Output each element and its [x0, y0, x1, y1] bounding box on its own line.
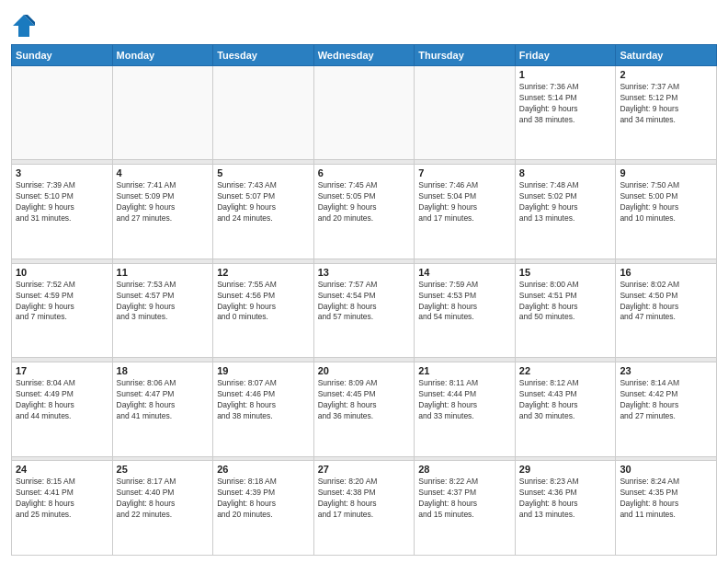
- day-info: Sunrise: 7:36 AM Sunset: 5:14 PM Dayligh…: [519, 82, 612, 126]
- calendar-cell: 25Sunrise: 8:17 AM Sunset: 4:40 PM Dayli…: [112, 461, 213, 556]
- calendar-cell: 15Sunrise: 8:00 AM Sunset: 4:51 PM Dayli…: [515, 263, 616, 357]
- calendar-cell: 3Sunrise: 7:39 AM Sunset: 5:10 PM Daylig…: [12, 165, 113, 259]
- day-number: 3: [16, 167, 108, 178]
- calendar-week-row: 24Sunrise: 8:15 AM Sunset: 4:41 PM Dayli…: [12, 461, 717, 556]
- day-number: 21: [418, 365, 511, 376]
- day-number: 30: [620, 464, 712, 475]
- day-number: 20: [318, 365, 411, 376]
- day-number: 17: [16, 365, 108, 376]
- calendar-cell: [213, 66, 314, 160]
- calendar-cell: 23Sunrise: 8:14 AM Sunset: 4:42 PM Dayli…: [616, 362, 717, 456]
- calendar-cell: 30Sunrise: 8:24 AM Sunset: 4:35 PM Dayli…: [616, 461, 717, 556]
- day-number: 25: [117, 464, 210, 475]
- page: SundayMondayTuesdayWednesdayThursdayFrid…: [0, 0, 728, 563]
- calendar-cell: 9Sunrise: 7:50 AM Sunset: 5:00 PM Daylig…: [616, 165, 717, 259]
- day-number: 7: [418, 167, 511, 178]
- day-info: Sunrise: 7:53 AM Sunset: 4:57 PM Dayligh…: [117, 280, 210, 324]
- calendar-cell: 27Sunrise: 8:20 AM Sunset: 4:38 PM Dayli…: [313, 461, 415, 556]
- day-info: Sunrise: 8:17 AM Sunset: 4:40 PM Dayligh…: [117, 477, 210, 521]
- day-number: 18: [117, 365, 210, 376]
- day-number: 9: [620, 167, 712, 178]
- calendar-header-saturday: Saturday: [616, 45, 717, 66]
- day-number: 29: [519, 464, 612, 475]
- calendar-table: SundayMondayTuesdayWednesdayThursdayFrid…: [11, 44, 717, 556]
- day-number: 13: [318, 267, 411, 278]
- header: [11, 9, 717, 39]
- calendar-cell: 20Sunrise: 8:09 AM Sunset: 4:45 PM Dayli…: [313, 362, 415, 456]
- day-info: Sunrise: 7:59 AM Sunset: 4:53 PM Dayligh…: [418, 280, 511, 324]
- day-info: Sunrise: 7:45 AM Sunset: 5:05 PM Dayligh…: [318, 180, 411, 224]
- calendar-cell: [415, 66, 516, 160]
- calendar-week-row: 10Sunrise: 7:52 AM Sunset: 4:59 PM Dayli…: [12, 263, 717, 357]
- day-info: Sunrise: 7:39 AM Sunset: 5:10 PM Dayligh…: [16, 180, 108, 224]
- day-number: 15: [519, 267, 612, 278]
- day-number: 28: [418, 464, 511, 475]
- day-info: Sunrise: 8:09 AM Sunset: 4:45 PM Dayligh…: [318, 378, 411, 422]
- day-info: Sunrise: 8:04 AM Sunset: 4:49 PM Dayligh…: [16, 378, 108, 422]
- day-info: Sunrise: 8:07 AM Sunset: 4:46 PM Dayligh…: [217, 378, 310, 422]
- calendar-cell: 8Sunrise: 7:48 AM Sunset: 5:02 PM Daylig…: [515, 165, 616, 259]
- calendar-cell: 13Sunrise: 7:57 AM Sunset: 4:54 PM Dayli…: [313, 263, 415, 357]
- calendar-week-row: 17Sunrise: 8:04 AM Sunset: 4:49 PM Dayli…: [12, 362, 717, 456]
- day-info: Sunrise: 8:23 AM Sunset: 4:36 PM Dayligh…: [519, 477, 612, 521]
- day-info: Sunrise: 8:20 AM Sunset: 4:38 PM Dayligh…: [318, 477, 411, 521]
- calendar-cell: 26Sunrise: 8:18 AM Sunset: 4:39 PM Dayli…: [213, 461, 314, 556]
- calendar-cell: 24Sunrise: 8:15 AM Sunset: 4:41 PM Dayli…: [12, 461, 113, 556]
- calendar-week-row: 3Sunrise: 7:39 AM Sunset: 5:10 PM Daylig…: [12, 165, 717, 259]
- calendar-cell: 12Sunrise: 7:55 AM Sunset: 4:56 PM Dayli…: [213, 263, 314, 357]
- day-number: 19: [217, 365, 310, 376]
- logo: [11, 13, 40, 39]
- day-info: Sunrise: 8:00 AM Sunset: 4:51 PM Dayligh…: [519, 280, 612, 324]
- calendar-cell: 10Sunrise: 7:52 AM Sunset: 4:59 PM Dayli…: [12, 263, 113, 357]
- day-number: 4: [117, 167, 210, 178]
- calendar-cell: 29Sunrise: 8:23 AM Sunset: 4:36 PM Dayli…: [515, 461, 616, 556]
- day-info: Sunrise: 8:02 AM Sunset: 4:50 PM Dayligh…: [620, 280, 712, 324]
- calendar-header-wednesday: Wednesday: [313, 45, 415, 66]
- day-number: 8: [519, 167, 612, 178]
- day-info: Sunrise: 8:11 AM Sunset: 4:44 PM Dayligh…: [418, 378, 511, 422]
- day-info: Sunrise: 7:50 AM Sunset: 5:00 PM Dayligh…: [620, 180, 712, 224]
- day-number: 23: [620, 365, 712, 376]
- day-number: 5: [217, 167, 310, 178]
- day-info: Sunrise: 7:48 AM Sunset: 5:02 PM Dayligh…: [519, 180, 612, 224]
- calendar-cell: 16Sunrise: 8:02 AM Sunset: 4:50 PM Dayli…: [616, 263, 717, 357]
- calendar-cell: 11Sunrise: 7:53 AM Sunset: 4:57 PM Dayli…: [112, 263, 213, 357]
- day-info: Sunrise: 8:24 AM Sunset: 4:35 PM Dayligh…: [620, 477, 712, 521]
- calendar-cell: 2Sunrise: 7:37 AM Sunset: 5:12 PM Daylig…: [616, 66, 717, 160]
- calendar-week-row: 1Sunrise: 7:36 AM Sunset: 5:14 PM Daylig…: [12, 66, 717, 160]
- calendar-cell: 14Sunrise: 7:59 AM Sunset: 4:53 PM Dayli…: [415, 263, 516, 357]
- calendar-header-monday: Monday: [112, 45, 213, 66]
- calendar-cell: 6Sunrise: 7:45 AM Sunset: 5:05 PM Daylig…: [313, 165, 415, 259]
- day-info: Sunrise: 8:22 AM Sunset: 4:37 PM Dayligh…: [418, 477, 511, 521]
- day-info: Sunrise: 8:14 AM Sunset: 4:42 PM Dayligh…: [620, 378, 712, 422]
- day-info: Sunrise: 7:52 AM Sunset: 4:59 PM Dayligh…: [16, 280, 108, 324]
- day-number: 26: [217, 464, 310, 475]
- calendar-cell: 17Sunrise: 8:04 AM Sunset: 4:49 PM Dayli…: [12, 362, 113, 456]
- calendar-header-tuesday: Tuesday: [213, 45, 314, 66]
- calendar-header-row: SundayMondayTuesdayWednesdayThursdayFrid…: [12, 45, 717, 66]
- day-number: 2: [620, 69, 712, 80]
- day-number: 6: [318, 167, 411, 178]
- calendar-header-thursday: Thursday: [415, 45, 516, 66]
- day-info: Sunrise: 8:18 AM Sunset: 4:39 PM Dayligh…: [217, 477, 310, 521]
- day-number: 10: [16, 267, 108, 278]
- day-number: 12: [217, 267, 310, 278]
- calendar-cell: 7Sunrise: 7:46 AM Sunset: 5:04 PM Daylig…: [415, 165, 516, 259]
- calendar-header-sunday: Sunday: [12, 45, 113, 66]
- calendar-cell: 22Sunrise: 8:12 AM Sunset: 4:43 PM Dayli…: [515, 362, 616, 456]
- logo-icon: [11, 13, 37, 39]
- day-number: 11: [117, 267, 210, 278]
- day-info: Sunrise: 8:12 AM Sunset: 4:43 PM Dayligh…: [519, 378, 612, 422]
- day-info: Sunrise: 7:37 AM Sunset: 5:12 PM Dayligh…: [620, 82, 712, 126]
- day-info: Sunrise: 7:57 AM Sunset: 4:54 PM Dayligh…: [318, 280, 411, 324]
- day-info: Sunrise: 7:43 AM Sunset: 5:07 PM Dayligh…: [217, 180, 310, 224]
- calendar-cell: [12, 66, 113, 160]
- calendar-cell: [313, 66, 415, 160]
- calendar-header-friday: Friday: [515, 45, 616, 66]
- day-number: 1: [519, 69, 612, 80]
- day-number: 22: [519, 365, 612, 376]
- svg-marker-0: [13, 15, 35, 37]
- calendar-cell: 19Sunrise: 8:07 AM Sunset: 4:46 PM Dayli…: [213, 362, 314, 456]
- day-info: Sunrise: 7:46 AM Sunset: 5:04 PM Dayligh…: [418, 180, 511, 224]
- day-number: 24: [16, 464, 108, 475]
